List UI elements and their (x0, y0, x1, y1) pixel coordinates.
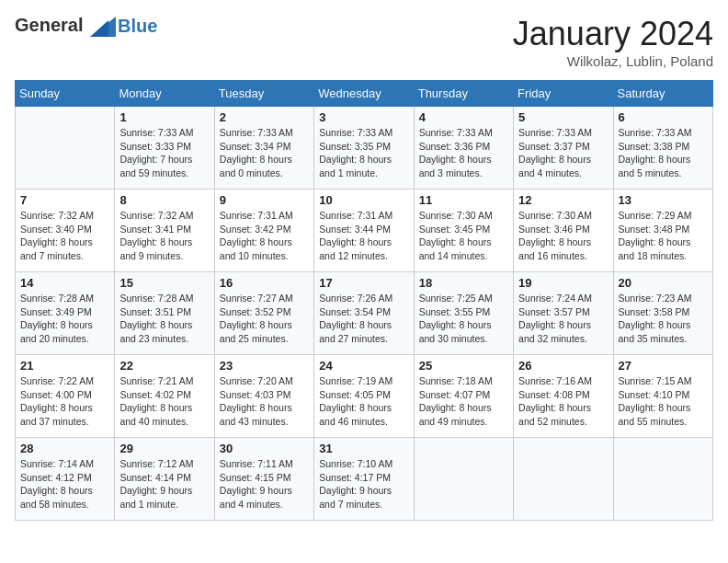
day-cell: 16Sunrise: 7:27 AMSunset: 3:52 PMDayligh… (214, 272, 313, 355)
day-cell: 15Sunrise: 7:28 AMSunset: 3:51 PMDayligh… (115, 272, 214, 355)
day-number: 21 (20, 359, 109, 373)
week-row-3: 14Sunrise: 7:28 AMSunset: 3:49 PMDayligh… (16, 272, 713, 355)
day-info: Sunrise: 7:24 AMSunset: 3:57 PMDaylight:… (518, 292, 608, 346)
day-info: Sunrise: 7:28 AMSunset: 3:51 PMDaylight:… (119, 292, 209, 346)
day-number: 3 (319, 110, 408, 124)
header-day-thursday: Thursday (414, 81, 513, 107)
day-info: Sunrise: 7:31 AMSunset: 3:42 PMDaylight:… (220, 209, 309, 263)
day-cell: 3Sunrise: 7:33 AMSunset: 3:35 PMDaylight… (314, 107, 414, 190)
day-cell: 22Sunrise: 7:21 AMSunset: 4:02 PMDayligh… (115, 355, 214, 438)
day-info: Sunrise: 7:12 AMSunset: 4:14 PMDaylight:… (119, 457, 209, 511)
day-number: 4 (419, 110, 508, 124)
day-number: 12 (518, 193, 608, 207)
day-number: 14 (20, 276, 109, 290)
day-cell: 11Sunrise: 7:30 AMSunset: 3:45 PMDayligh… (414, 190, 513, 272)
day-number: 6 (619, 110, 708, 124)
title-block: January 2024 Wilkolaz, Lublin, Poland (513, 15, 713, 69)
day-number: 23 (220, 359, 309, 373)
day-number: 30 (220, 442, 309, 455)
day-number: 17 (319, 276, 408, 290)
day-number: 8 (119, 193, 209, 207)
calendar-header: SundayMondayTuesdayWednesdayThursdayFrid… (16, 81, 713, 107)
day-info: Sunrise: 7:10 AMSunset: 4:17 PMDaylight:… (319, 457, 408, 511)
day-cell: 1Sunrise: 7:33 AMSunset: 3:33 PMDaylight… (115, 107, 214, 190)
day-number: 9 (220, 193, 309, 207)
day-number: 20 (619, 276, 708, 290)
day-cell: 21Sunrise: 7:22 AMSunset: 4:00 PMDayligh… (16, 355, 115, 438)
day-cell: 30Sunrise: 7:11 AMSunset: 4:15 PMDayligh… (214, 438, 313, 521)
day-cell: 26Sunrise: 7:16 AMSunset: 4:08 PMDayligh… (514, 355, 613, 438)
header-day-wednesday: Wednesday (314, 81, 414, 107)
calendar-body: 1Sunrise: 7:33 AMSunset: 3:33 PMDaylight… (16, 107, 713, 521)
week-row-5: 28Sunrise: 7:14 AMSunset: 4:12 PMDayligh… (16, 438, 713, 521)
day-cell: 24Sunrise: 7:19 AMSunset: 4:05 PMDayligh… (314, 355, 414, 438)
day-info: Sunrise: 7:15 AMSunset: 4:10 PMDaylight:… (619, 374, 708, 429)
day-cell: 19Sunrise: 7:24 AMSunset: 3:57 PMDayligh… (514, 272, 613, 355)
day-info: Sunrise: 7:30 AMSunset: 3:45 PMDaylight:… (419, 209, 508, 263)
day-number: 2 (220, 110, 309, 124)
day-number: 31 (319, 442, 408, 455)
day-number: 22 (119, 359, 209, 373)
day-cell: 4Sunrise: 7:33 AMSunset: 3:36 PMDaylight… (414, 107, 513, 190)
day-cell (613, 438, 712, 521)
day-number: 11 (419, 193, 508, 207)
day-info: Sunrise: 7:26 AMSunset: 3:54 PMDaylight:… (319, 292, 408, 346)
day-cell: 9Sunrise: 7:31 AMSunset: 3:42 PMDaylight… (214, 190, 313, 272)
day-info: Sunrise: 7:20 AMSunset: 4:03 PMDaylight:… (220, 374, 309, 429)
day-cell: 28Sunrise: 7:14 AMSunset: 4:12 PMDayligh… (16, 438, 115, 521)
day-info: Sunrise: 7:28 AMSunset: 3:49 PMDaylight:… (20, 292, 109, 346)
day-cell: 20Sunrise: 7:23 AMSunset: 3:58 PMDayligh… (613, 272, 712, 355)
calendar-table: SundayMondayTuesdayWednesdayThursdayFrid… (15, 80, 713, 521)
day-info: Sunrise: 7:25 AMSunset: 3:55 PMDaylight:… (419, 292, 508, 346)
day-number: 15 (119, 276, 209, 290)
location: Wilkolaz, Lublin, Poland (513, 53, 713, 69)
header-row: SundayMondayTuesdayWednesdayThursdayFrid… (16, 81, 713, 107)
logo-icon (90, 17, 116, 37)
day-number: 5 (518, 110, 608, 124)
day-info: Sunrise: 7:30 AMSunset: 3:46 PMDaylight:… (518, 209, 608, 263)
day-info: Sunrise: 7:33 AMSunset: 3:33 PMDaylight:… (119, 126, 209, 180)
day-cell: 31Sunrise: 7:10 AMSunset: 4:17 PMDayligh… (314, 438, 414, 521)
day-cell: 10Sunrise: 7:31 AMSunset: 3:44 PMDayligh… (314, 190, 414, 272)
day-info: Sunrise: 7:19 AMSunset: 4:05 PMDaylight:… (319, 374, 408, 429)
day-cell: 12Sunrise: 7:30 AMSunset: 3:46 PMDayligh… (514, 190, 613, 272)
logo-text-blue: Blue (118, 16, 157, 36)
day-number: 26 (518, 359, 608, 373)
day-info: Sunrise: 7:33 AMSunset: 3:36 PMDaylight:… (419, 126, 508, 180)
day-cell: 6Sunrise: 7:33 AMSunset: 3:38 PMDaylight… (613, 107, 712, 190)
week-row-2: 7Sunrise: 7:32 AMSunset: 3:40 PMDaylight… (16, 190, 713, 272)
day-info: Sunrise: 7:33 AMSunset: 3:34 PMDaylight:… (220, 126, 309, 180)
day-info: Sunrise: 7:29 AMSunset: 3:48 PMDaylight:… (619, 209, 708, 263)
day-cell: 27Sunrise: 7:15 AMSunset: 4:10 PMDayligh… (613, 355, 712, 438)
header-day-monday: Monday (115, 81, 214, 107)
svg-marker-1 (90, 20, 108, 37)
day-cell: 5Sunrise: 7:33 AMSunset: 3:37 PMDaylight… (514, 107, 613, 190)
day-info: Sunrise: 7:21 AMSunset: 4:02 PMDaylight:… (119, 374, 209, 429)
day-number: 10 (319, 193, 408, 207)
day-info: Sunrise: 7:27 AMSunset: 3:52 PMDaylight:… (220, 292, 309, 346)
day-info: Sunrise: 7:23 AMSunset: 3:58 PMDaylight:… (619, 292, 708, 346)
day-info: Sunrise: 7:33 AMSunset: 3:35 PMDaylight:… (319, 126, 408, 180)
week-row-1: 1Sunrise: 7:33 AMSunset: 3:33 PMDaylight… (16, 107, 713, 190)
day-info: Sunrise: 7:16 AMSunset: 4:08 PMDaylight:… (518, 374, 608, 429)
header-day-tuesday: Tuesday (214, 81, 313, 107)
day-number: 25 (419, 359, 508, 373)
header-day-saturday: Saturday (613, 81, 712, 107)
day-number: 16 (220, 276, 309, 290)
day-info: Sunrise: 7:31 AMSunset: 3:44 PMDaylight:… (319, 209, 408, 263)
logo-text-general: General (15, 15, 83, 35)
day-number: 13 (619, 193, 708, 207)
page-header: General Blue January 2024 Wilkolaz, Lubl… (15, 15, 713, 69)
day-number: 28 (20, 442, 109, 455)
day-info: Sunrise: 7:32 AMSunset: 3:40 PMDaylight:… (20, 209, 109, 263)
week-row-4: 21Sunrise: 7:22 AMSunset: 4:00 PMDayligh… (16, 355, 713, 438)
day-number: 24 (319, 359, 408, 373)
day-cell: 13Sunrise: 7:29 AMSunset: 3:48 PMDayligh… (613, 190, 712, 272)
day-cell: 29Sunrise: 7:12 AMSunset: 4:14 PMDayligh… (115, 438, 214, 521)
day-cell: 2Sunrise: 7:33 AMSunset: 3:34 PMDaylight… (214, 107, 313, 190)
day-cell: 18Sunrise: 7:25 AMSunset: 3:55 PMDayligh… (414, 272, 513, 355)
day-number: 27 (619, 359, 708, 373)
day-cell: 8Sunrise: 7:32 AMSunset: 3:41 PMDaylight… (115, 190, 214, 272)
day-cell: 7Sunrise: 7:32 AMSunset: 3:40 PMDaylight… (16, 190, 115, 272)
day-info: Sunrise: 7:33 AMSunset: 3:38 PMDaylight:… (619, 126, 708, 180)
